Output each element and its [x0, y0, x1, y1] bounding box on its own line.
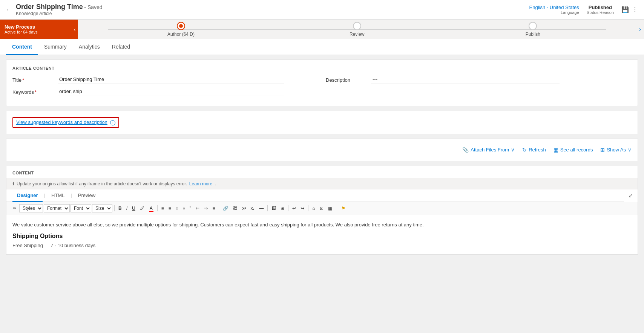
indent-dec-button[interactable]: «	[174, 205, 180, 212]
quote-button[interactable]: "	[188, 205, 193, 212]
justify-button[interactable]: ≡	[210, 205, 217, 212]
attachment-toolbar-card: 📎 Attach Files From ∨ ↻ Refresh ▦ See al…	[6, 139, 638, 161]
title-field-row: Title* Order Shipping Time	[12, 76, 318, 84]
align-r2-button[interactable]: ⇒	[202, 205, 210, 212]
align-left-button[interactable]: ≡	[159, 205, 166, 212]
process-step-review[interactable]: Review	[269, 22, 445, 37]
keywords-info-icon[interactable]: i	[110, 120, 115, 125]
insert-table-button[interactable]: ⊡	[318, 205, 325, 212]
process-chevron-right[interactable]: ›	[636, 20, 644, 39]
refresh-action[interactable]: ↻ Refresh	[522, 147, 546, 153]
toolbar-sep4	[267, 205, 268, 211]
status-label: Status Reason	[587, 10, 614, 15]
image-button[interactable]: 🖼	[270, 205, 278, 212]
show-as-chevron-icon: ∨	[628, 147, 632, 153]
flag-button[interactable]: ⚑	[339, 205, 347, 212]
status-value: Published	[587, 5, 614, 10]
article-content-left: Title* Order Shipping Time Keywords* ord…	[12, 76, 318, 100]
see-all-records-action[interactable]: ▦ See all records	[554, 147, 593, 153]
table-button[interactable]: ⊞	[279, 205, 286, 212]
title-value[interactable]: Order Shipping Time	[58, 76, 284, 84]
process-step-author[interactable]: Author (64 D)	[93, 22, 269, 37]
editor-tab-designer[interactable]: Designer	[12, 189, 43, 202]
view-keywords-link[interactable]: View suggested keywords and description	[16, 119, 107, 125]
table-col2: 7 - 10 business days	[51, 243, 95, 248]
expand-icon[interactable]: ⤢	[629, 192, 633, 199]
main-tabs: Content Summary Analytics Related	[0, 39, 644, 55]
tab-analytics[interactable]: Analytics	[73, 39, 106, 55]
bold-button[interactable]: B	[117, 205, 124, 212]
show-as-label: Show As	[607, 147, 626, 153]
editor-tab-preview[interactable]: Preview	[74, 189, 100, 202]
title-label: Title*	[12, 76, 58, 83]
editor-tabs: Designer | HTML | Preview	[6, 189, 624, 202]
title-required: *	[22, 77, 24, 83]
unlink-button[interactable]: ⛓	[231, 205, 239, 212]
clean-button[interactable]: ⌂	[310, 205, 317, 212]
align-l2-button[interactable]: ⇐	[194, 205, 201, 212]
redo-button[interactable]: ↪	[299, 205, 306, 212]
back-button[interactable]: ←	[6, 6, 12, 13]
page-title: Order Shipping Time - Saved	[16, 3, 103, 11]
attach-icon: 📎	[462, 147, 469, 153]
process-chevron-left[interactable]: ‹	[72, 20, 78, 39]
keywords-label: Keywords*	[12, 88, 58, 95]
indent-inc-button[interactable]: »	[181, 205, 187, 212]
see-all-icon: ▦	[554, 147, 558, 153]
keywords-value[interactable]: order, ship	[58, 88, 284, 96]
step-label-publish: Publish	[526, 32, 540, 37]
editor-tab-html[interactable]: HTML	[47, 189, 69, 202]
eraser-button[interactable]: ✏	[11, 205, 18, 212]
tab-summary[interactable]: Summary	[38, 39, 73, 55]
superscript-button[interactable]: x²	[240, 205, 248, 212]
header-left: ← Order Shipping Time - Saved Knowledge …	[6, 3, 103, 16]
highlight-button[interactable]: 🖊	[138, 205, 146, 212]
article-subtitle: Knowledge Article	[16, 11, 103, 16]
italic-button[interactable]: I	[124, 205, 129, 212]
font-select[interactable]: Font	[71, 204, 91, 212]
keywords-link-wrapper: View suggested keywords and description …	[12, 117, 119, 128]
language-label: Language	[529, 10, 579, 15]
suggested-keywords-card: View suggested keywords and description …	[6, 111, 638, 134]
language-link[interactable]: English - United States	[529, 5, 579, 10]
size-select[interactable]: Size	[92, 204, 112, 212]
underline-button[interactable]: U	[130, 205, 137, 212]
show-as-action[interactable]: ⊞ Show As ∨	[600, 147, 632, 153]
editor-tab-sep2: |	[69, 189, 73, 202]
tab-related[interactable]: Related	[106, 39, 136, 55]
language-block[interactable]: English - United States Language	[529, 5, 579, 15]
see-all-label: See all records	[560, 147, 593, 153]
align-center-button[interactable]: ≡	[167, 205, 173, 212]
subscript-button[interactable]: x₂	[248, 205, 256, 212]
description-field-row: Description ---	[326, 76, 632, 84]
description-value[interactable]: ---	[371, 76, 560, 84]
toolbar-sep2	[157, 205, 158, 211]
format-select[interactable]: Format	[44, 204, 70, 212]
more-icon[interactable]: ⋮	[632, 6, 638, 13]
notice-text: Update your origins allow list if any if…	[17, 181, 187, 186]
code-button[interactable]	[335, 207, 339, 209]
strike-button[interactable]: —	[257, 205, 265, 212]
learn-more-link[interactable]: Learn more	[189, 181, 212, 186]
article-content-fields: Title* Order Shipping Time Keywords* ord…	[12, 76, 632, 100]
styles-select[interactable]: Styles	[19, 204, 43, 212]
attach-files-action[interactable]: 📎 Attach Files From ∨	[462, 147, 515, 153]
editor-body-text: We value customer service above all else…	[12, 221, 632, 229]
table2-button[interactable]: ▦	[326, 205, 334, 212]
refresh-label: Refresh	[529, 147, 546, 153]
undo-button[interactable]: ↩	[290, 205, 298, 212]
font-color-button[interactable]: A	[147, 205, 155, 212]
notice-info-icon: ℹ	[12, 181, 14, 186]
save-icon[interactable]: 💾	[621, 6, 629, 13]
process-bar: New Process Active for 64 days ‹ Author …	[0, 20, 644, 39]
link-button[interactable]: 🔗	[221, 205, 230, 212]
keywords-field-row: Keywords* order, ship	[12, 88, 318, 96]
process-step-publish[interactable]: Publish	[445, 22, 621, 37]
article-title: Order Shipping Time	[16, 3, 83, 11]
content-section-title: CONTENT	[6, 166, 638, 178]
tab-content[interactable]: Content	[6, 39, 38, 55]
step-circle-publish	[529, 22, 537, 30]
editor-toolbar: ✏ Styles Format Font Size B I U 🖊 A ≡ ≡ …	[6, 202, 638, 215]
editor-content[interactable]: We value customer service above all else…	[6, 215, 638, 255]
attach-label: Attach Files From	[471, 147, 509, 153]
